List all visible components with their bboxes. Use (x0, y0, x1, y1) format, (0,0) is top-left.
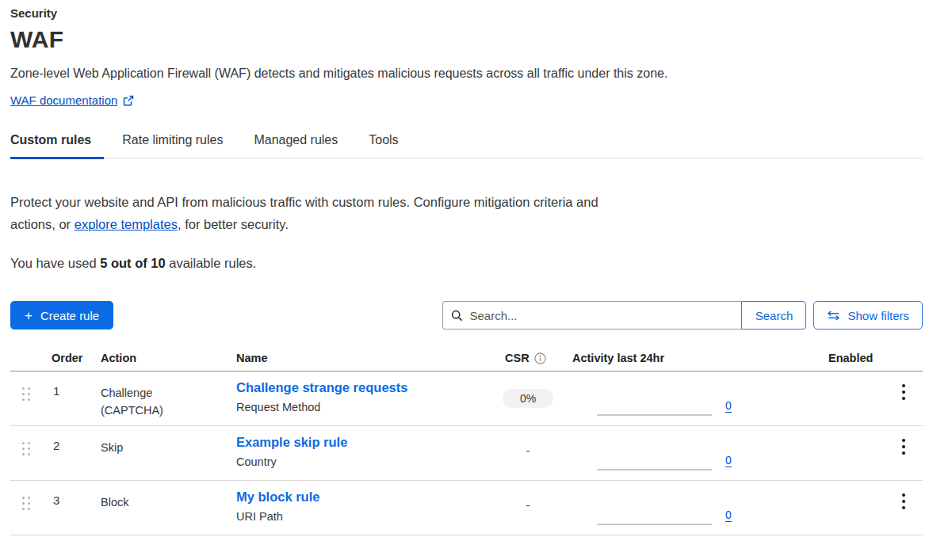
search-button[interactable]: Search (741, 301, 806, 330)
activity-cell: 0 (564, 481, 816, 535)
toggle-knob (804, 493, 824, 513)
swap-arrows-icon (827, 310, 840, 321)
create-rule-label: Create rule (40, 309, 99, 322)
kebab-menu-icon[interactable] (888, 371, 923, 403)
column-header-order: Order (46, 352, 91, 364)
search-input[interactable] (469, 309, 733, 322)
doc-link-row: WAF documentation (10, 93, 923, 107)
rule-field: URI Path (236, 510, 491, 523)
rule-order: 3 (46, 481, 91, 507)
column-header-csr: CSR (491, 352, 564, 364)
rule-name-link[interactable]: Challenge strange requests (236, 380, 491, 395)
intro-paragraph: Protect your website and API from malici… (10, 191, 601, 235)
check-icon (832, 499, 842, 507)
page-title: WAF (10, 26, 923, 53)
tab-rate-limiting-rules[interactable]: Rate limiting rules (122, 133, 224, 158)
activity-count-link[interactable]: 0 (725, 509, 732, 522)
breadcrumb-security: Security (10, 6, 923, 20)
external-link-icon (123, 95, 134, 106)
rule-order: 2 (46, 426, 91, 452)
tab-tools[interactable]: Tools (369, 133, 400, 158)
info-icon[interactable] (534, 352, 546, 364)
check-icon (832, 444, 842, 452)
show-filters-button[interactable]: Show filters (813, 301, 923, 330)
rule-order: 1 (46, 371, 91, 398)
activity-cell: 0 (564, 426, 816, 481)
column-header-enabled: Enabled (816, 352, 888, 364)
kebab-menu-icon[interactable] (888, 426, 923, 458)
table-row: 2 Skip Example skip rule Country - 0 (10, 426, 923, 481)
enabled-cell (816, 481, 888, 492)
intro-text-after: , for better security. (178, 217, 289, 231)
kebab-menu-icon[interactable] (888, 481, 923, 512)
drag-handle-icon[interactable] (10, 426, 46, 455)
table-header-row: Order Action Name CSR Activity last 24hr… (10, 352, 923, 371)
waf-page: Security WAF Zone-level Web Application … (0, 0, 933, 535)
search-icon (451, 310, 463, 322)
tab-managed-rules[interactable]: Managed rules (254, 133, 339, 158)
table-row: 1 Challenge (CAPTCHA) Challenge strange … (10, 371, 923, 426)
rules-usage-text: You have used 5 out of 10 available rule… (10, 256, 923, 271)
column-header-name: Name (236, 352, 491, 364)
tab-custom-rules[interactable]: Custom rules (10, 133, 93, 158)
usage-prefix: You have used (10, 256, 100, 270)
csr-cell: 0% (491, 371, 564, 408)
csr-label: CSR (505, 352, 530, 364)
activity-cell: 0 (564, 371, 816, 426)
rule-name-link[interactable]: My block rule (236, 490, 491, 505)
rule-name-link[interactable]: Example skip rule (236, 435, 491, 450)
page-description: Zone-level Web Application Firewall (WAF… (10, 67, 923, 81)
activity-sparkline (597, 414, 712, 416)
rule-name-cell: Example skip rule Country (236, 426, 491, 468)
create-rule-button[interactable]: + Create rule (10, 301, 113, 330)
table-row: 3 Block My block rule URI Path - 0 (10, 481, 923, 535)
drag-handle-icon[interactable] (10, 481, 46, 510)
rule-action: Skip (91, 426, 190, 456)
waf-documentation-link[interactable]: WAF documentation (10, 93, 117, 107)
enabled-cell (816, 426, 888, 437)
column-header-action: Action (91, 352, 236, 364)
column-header-activity: Activity last 24hr (564, 352, 816, 364)
plus-icon: + (25, 309, 33, 322)
toggle-knob (804, 384, 824, 404)
activity-sparkline (597, 469, 712, 470)
explore-templates-link[interactable]: explore templates (75, 217, 178, 231)
activity-sparkline (597, 524, 712, 525)
rule-field: Country (236, 455, 491, 468)
csr-cell: - (491, 481, 564, 512)
tab-bar: Custom rules Rate limiting rules Managed… (10, 133, 923, 158)
activity-count-link[interactable]: 0 (725, 400, 732, 413)
enabled-cell (816, 371, 888, 383)
search-box (442, 301, 741, 330)
check-icon (832, 390, 842, 398)
csr-cell: - (491, 426, 564, 457)
usage-count: 5 out of 10 (100, 256, 166, 270)
toolbar: + Create rule Search (10, 301, 923, 330)
rule-name-cell: My block rule URI Path (236, 481, 491, 523)
rule-action: Challenge (CAPTCHA) (91, 371, 190, 419)
toggle-knob (804, 439, 824, 459)
rule-name-cell: Challenge strange requests Request Metho… (236, 371, 491, 413)
show-filters-label: Show filters (847, 309, 909, 322)
usage-suffix: available rules. (166, 256, 257, 270)
activity-count-link[interactable]: 0 (725, 455, 732, 467)
csr-badge: 0% (503, 389, 553, 408)
search-group: Search Show filters (442, 301, 923, 330)
drag-handle-icon[interactable] (10, 371, 46, 401)
rules-table: Order Action Name CSR Activity last 24hr… (10, 352, 923, 535)
rule-field: Request Method (236, 401, 491, 413)
rule-action: Block (91, 481, 190, 511)
